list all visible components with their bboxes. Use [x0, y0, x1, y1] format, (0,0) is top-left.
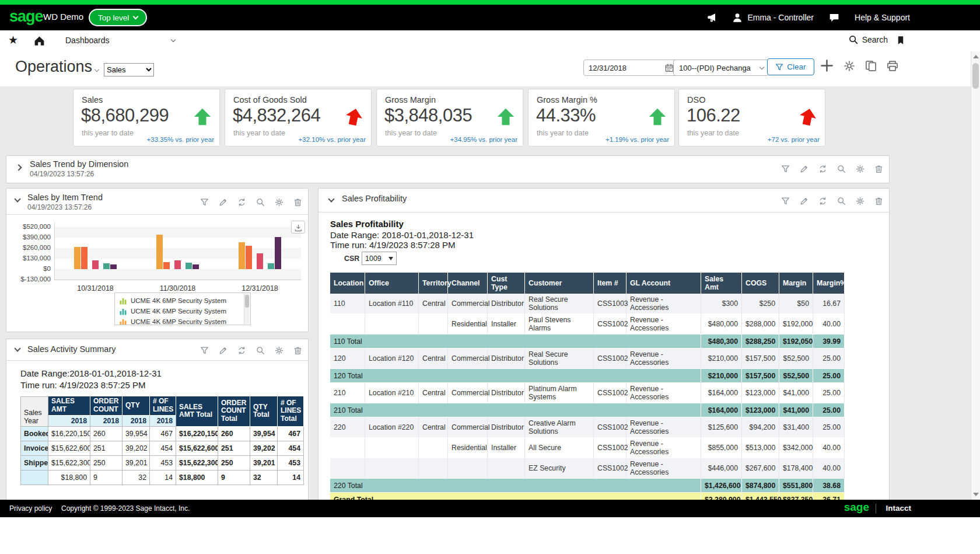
refresh-icon[interactable] — [237, 346, 246, 355]
settings-icon[interactable] — [856, 197, 864, 205]
help-support-link[interactable]: Help & Support — [855, 13, 910, 22]
kpi-period: this year to date — [233, 129, 285, 137]
refresh-icon[interactable] — [237, 198, 246, 207]
column-header: ORDER COUNT Total — [218, 396, 250, 427]
filter-icon[interactable] — [200, 198, 209, 207]
settings-icon[interactable] — [844, 60, 855, 72]
kpi-value: $3,848,035 — [384, 105, 472, 126]
total-row-label: 220 Total — [330, 479, 701, 493]
download-chart-button[interactable] — [291, 221, 305, 234]
chevron-down-icon[interactable] — [14, 345, 20, 351]
legend-item[interactable]: UCME 4K 6MP Security System — [120, 306, 226, 316]
table-cell: $837,350 — [779, 493, 813, 500]
filter-icon[interactable] — [781, 165, 790, 173]
chevron-right-icon[interactable] — [15, 164, 22, 170]
home-icon[interactable] — [34, 35, 45, 46]
table-cell: $192,050 — [779, 335, 813, 349]
legend-item[interactable]: UCME 4K 6MP Security System — [120, 295, 226, 306]
table-cell: $50 — [779, 294, 813, 314]
kpi-label: Sales — [82, 95, 103, 104]
scroll-down-arrow[interactable] — [973, 493, 979, 496]
table-cell: CSS1002 — [594, 417, 626, 438]
chart-legend[interactable]: UCME 4K 6MP Security SystemUCME 4K 6MP S… — [114, 292, 251, 325]
table-cell: $2,280,900 — [701, 493, 742, 500]
column-header: Customer — [525, 273, 594, 294]
table-cell: Commercial — [448, 383, 488, 403]
date-input[interactable]: 12/31/2018 — [583, 60, 679, 76]
edit-icon[interactable] — [800, 197, 808, 205]
privacy-policy-link[interactable]: Privacy policy — [9, 504, 52, 513]
delete-icon[interactable] — [293, 346, 302, 355]
refresh-icon[interactable] — [818, 165, 827, 173]
filter-icon[interactable] — [781, 197, 790, 205]
dashboards-menu[interactable]: Dashboards — [65, 36, 110, 45]
announcements-icon[interactable] — [706, 12, 717, 23]
column-header: QTY — [123, 396, 150, 416]
zoom-icon[interactable] — [837, 165, 846, 173]
settings-icon[interactable] — [856, 165, 864, 173]
vertical-scrollbar[interactable] — [971, 51, 980, 500]
copy-icon[interactable] — [865, 60, 877, 72]
table-cell: $210,000 — [701, 369, 742, 383]
filter-icon[interactable] — [200, 346, 209, 355]
calendar-icon — [665, 64, 674, 72]
panel-title: Sales Profitability — [342, 194, 407, 203]
chevron-down-icon[interactable] — [328, 196, 334, 202]
delete-icon[interactable] — [874, 165, 883, 173]
settings-icon[interactable] — [275, 346, 284, 355]
legend-scrollbar[interactable] — [244, 294, 250, 324]
delete-icon[interactable] — [293, 198, 302, 207]
table-cell: $1,443,550 — [742, 493, 779, 500]
print-icon[interactable] — [887, 60, 898, 72]
table-cell: Paul Stevens Alarms — [525, 314, 594, 335]
edit-icon[interactable] — [219, 346, 228, 355]
dashboard-select[interactable]: Sales — [104, 63, 154, 76]
column-header: Cust Type — [488, 273, 525, 294]
kpi-card-gross-margin: Gross Margin$3,848,035this year to date+… — [376, 89, 523, 147]
table-cell: $446,000 — [701, 458, 742, 479]
chart-bar — [239, 242, 245, 269]
edit-icon[interactable] — [800, 165, 808, 173]
refresh-icon[interactable] — [818, 197, 827, 205]
panel-sales-trend-by-dimension: Sales Trend by Dimension 04/19/2023 13:5… — [6, 155, 890, 183]
user-menu[interactable]: Emma - Controller — [732, 12, 814, 23]
table-cell: CSS1003 — [594, 294, 626, 314]
chevron-down-icon — [760, 64, 764, 69]
column-header: Channel — [448, 273, 488, 294]
settings-icon[interactable] — [275, 198, 284, 207]
clear-filter-button[interactable]: Clear — [767, 58, 814, 75]
year-header: 2018 — [150, 416, 176, 427]
zoom-icon[interactable] — [256, 198, 265, 207]
entity-pill-button[interactable]: Top level — [89, 9, 147, 26]
entity-select[interactable]: 100--(PDI) Pechanga — [673, 60, 769, 76]
bookmark-icon[interactable] — [896, 35, 905, 46]
chevron-down-icon[interactable] — [14, 196, 20, 202]
column-header: Territory — [419, 273, 448, 294]
scroll-up-arrow[interactable] — [973, 55, 979, 58]
chevron-down-icon[interactable] — [94, 67, 99, 72]
table-cell: 39,202 — [250, 441, 278, 456]
table-cell: 36.71 — [813, 493, 845, 500]
legend-item[interactable]: UCME 4K 6MP Security System — [120, 316, 226, 325]
zoom-icon[interactable] — [256, 346, 265, 355]
company-name: WD Demo — [43, 12, 83, 22]
user-name: Emma - Controller — [747, 13, 814, 22]
kpi-delta: +1.19% vs. prior year — [606, 136, 669, 143]
scrollbar-thumb[interactable] — [972, 63, 979, 89]
add-icon[interactable] — [820, 59, 834, 72]
chevron-down-icon[interactable] — [171, 37, 176, 42]
chat-icon[interactable] — [829, 12, 839, 23]
panel-sales-by-item-trend: Sales by Item Trend 04/19/2023 13:57:26 … — [6, 188, 309, 332]
search-button[interactable]: Search — [849, 35, 888, 44]
table-cell: 40.00 — [813, 458, 845, 479]
table-cell: 38.68 — [813, 479, 845, 493]
kpi-value: $4,832,264 — [233, 105, 320, 126]
edit-icon[interactable] — [219, 198, 228, 207]
favorites-star-icon[interactable]: ★ — [8, 33, 18, 47]
column-header: QTY Total — [250, 396, 278, 427]
table-cell: $1,426,600 — [701, 479, 742, 493]
csr-dropdown[interactable]: 1009 — [362, 252, 397, 265]
kpi-delta: +34.95% vs. prior year — [450, 136, 517, 143]
zoom-icon[interactable] — [837, 197, 846, 205]
delete-icon[interactable] — [874, 197, 883, 205]
